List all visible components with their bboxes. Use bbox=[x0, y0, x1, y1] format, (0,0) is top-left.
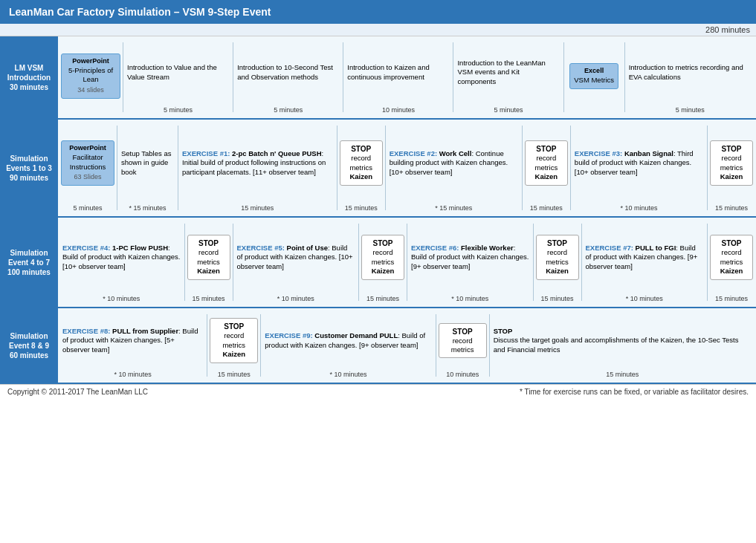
cell-intro-leanman: Introduction to the LeanMan VSM events a… bbox=[456, 41, 560, 114]
time-intro-leanman: 5 minutes bbox=[494, 106, 523, 114]
row-introduction: LM VSM Introduction30 minutes PowerPoint… bbox=[0, 36, 756, 120]
time-final-discussion: 15 minutes bbox=[606, 371, 639, 378]
text-exercise-2: EXERCISE #2: Work Cell: Continue buildin… bbox=[388, 149, 520, 177]
page-footer: Copyright © 2011-2017 The LeanMan LLC * … bbox=[0, 384, 756, 399]
time-exercise-3: * 10 minutes bbox=[620, 204, 657, 212]
row-label-introduction: LM VSM Introduction30 minutes bbox=[0, 36, 58, 118]
page-header: LeanMan Car Factory Simulation – VSM 9-S… bbox=[0, 0, 756, 24]
time-stop-5: 15 minutes bbox=[366, 295, 399, 302]
time-exercise-4: * 10 minutes bbox=[103, 295, 140, 302]
box-stop-5: STOP record metrics Kaizen bbox=[361, 235, 404, 279]
box-stop-4: STOP record metrics Kaizen bbox=[187, 235, 230, 279]
cell-powerpoint-1: PowerPoint 5-Principles of Lean 34 slide… bbox=[61, 41, 120, 114]
cell-exercise-9: EXERCISE #9: Customer Demand PULL: Build… bbox=[263, 313, 433, 378]
text-exercise-7: EXERCISE #7: PULL to FGI: Build of produ… bbox=[584, 244, 705, 271]
row-content-sim1to3: PowerPoint Facilitator Instructions 63 S… bbox=[58, 120, 756, 216]
text-intro-metrics: Introduction to metrics recording and EV… bbox=[627, 63, 753, 82]
time-exercise-6: * 10 minutes bbox=[451, 295, 488, 302]
cell-stop-6: STOP record metrics Kaizen 15 minutes bbox=[536, 222, 579, 302]
time-stop-7: 15 minutes bbox=[715, 295, 748, 302]
row-sim1to3: Simulation Events 1 to 390 minutes Power… bbox=[0, 120, 756, 218]
time-stop-3: 15 minutes bbox=[715, 204, 748, 212]
text-exercise-6: EXERCISE #6: Flexible Worker: Build of p… bbox=[410, 244, 531, 271]
text-intro-10sec: Introduction to 10-Second Test and Obser… bbox=[236, 63, 340, 82]
cell-excel-vsm: Excell VSM Metrics bbox=[566, 41, 622, 114]
cell-stop-8: STOP record metrics Kaizen 15 minutes bbox=[210, 313, 258, 378]
text-exercise-1: EXERCISE #1: 2-pc Batch n' Queue PUSH: I… bbox=[181, 149, 335, 177]
cell-exercise-2: EXERCISE #2: Work Cell: Continue buildin… bbox=[388, 124, 520, 212]
row-sim4to7: Simulation Event 4 to 7100 minutes EXERC… bbox=[0, 218, 756, 308]
cell-intro-metrics: Introduction to metrics recording and EV… bbox=[627, 41, 753, 114]
cell-stop-4: STOP record metrics Kaizen 15 minutes bbox=[187, 222, 230, 302]
time-pp-facilitator: 5 minutes bbox=[73, 204, 102, 212]
cell-stop-5: STOP record metrics Kaizen 15 minutes bbox=[361, 222, 404, 302]
cell-intro-10sec: Introduction to 10-Second Test and Obser… bbox=[236, 41, 340, 114]
text-exercise-8: EXERCISE #8: PULL from Supplier: Build o… bbox=[61, 327, 204, 354]
cell-stop-1: STOP record metrics Kaizen 15 minutes bbox=[340, 124, 383, 212]
time-intro-10sec: 5 minutes bbox=[274, 106, 303, 114]
time-exercise-7: * 10 minutes bbox=[626, 295, 663, 302]
footer-copyright: Copyright © 2011-2017 The LeanMan LLC bbox=[7, 388, 148, 396]
time-setup-tables: * 15 minutes bbox=[129, 204, 166, 212]
box-pp-facilitator: PowerPoint Facilitator Instructions 63 S… bbox=[61, 140, 114, 185]
time-exercise-8: * 10 minutes bbox=[114, 371, 152, 378]
cell-exercise-1: EXERCISE #1: 2-pc Batch n' Queue PUSH: I… bbox=[181, 124, 335, 212]
time-intro-value: 5 minutes bbox=[164, 106, 193, 114]
box-stop-6: STOP record metrics Kaizen bbox=[536, 235, 579, 279]
box-stop-7: STOP record metrics Kaizen bbox=[710, 235, 753, 279]
text-exercise-9: EXERCISE #9: Customer Demand PULL: Build… bbox=[263, 331, 433, 350]
cell-stop-2: STOP record metrics Kaizen 15 minutes bbox=[525, 124, 568, 212]
cell-stop-3: STOP record metrics Kaizen 15 minutes bbox=[710, 124, 753, 212]
text-intro-kaizen: Introduction to Kaizen and continuous im… bbox=[346, 63, 450, 82]
cell-intro-value: Introduction to Value and the Value Stre… bbox=[126, 41, 230, 114]
time-stop-6: 15 minutes bbox=[540, 295, 573, 302]
page-wrapper: LeanMan Car Factory Simulation – VSM 9-S… bbox=[0, 0, 756, 399]
time-stop-1: 15 minutes bbox=[345, 204, 378, 212]
time-stop-9: 10 minutes bbox=[446, 371, 479, 378]
text-exercise-4: EXERCISE #4: 1-PC Flow PUSH: Build of pr… bbox=[61, 244, 182, 271]
cell-exercise-6: EXERCISE #6: Flexible Worker: Build of p… bbox=[410, 222, 531, 302]
cell-exercise-8: EXERCISE #8: PULL from Supplier: Build o… bbox=[61, 313, 204, 378]
row-label-sim4to7: Simulation Event 4 to 7100 minutes bbox=[0, 218, 58, 307]
time-exercise-2: * 15 minutes bbox=[435, 204, 472, 212]
row-label-sim1to3: Simulation Events 1 to 390 minutes bbox=[0, 120, 58, 216]
box-stop-8: STOP record metrics Kaizen bbox=[210, 318, 258, 362]
time-stop-2: 15 minutes bbox=[530, 204, 563, 212]
box-stop-1: STOP record metrics Kaizen bbox=[340, 140, 383, 185]
cell-exercise-7: EXERCISE #7: PULL to FGI: Build of produ… bbox=[584, 222, 705, 302]
footer-note: * Time for exercise runs can be fixed, o… bbox=[520, 388, 749, 396]
box-stop-9: STOP record metrics bbox=[439, 323, 487, 359]
cell-final-discussion: STOPDiscuss the target goals and accompl… bbox=[492, 313, 753, 378]
time-stop-8: 15 minutes bbox=[218, 371, 251, 378]
time-intro-kaizen: 10 minutes bbox=[382, 106, 415, 114]
cell-intro-kaizen: Introduction to Kaizen and continuous im… bbox=[346, 41, 450, 114]
text-exercise-5: EXERCISE #5: Point of Use: Build of prod… bbox=[236, 244, 357, 271]
time-intro-metrics: 5 minutes bbox=[676, 106, 705, 114]
row-content-sim8-9: EXERCISE #8: PULL from Supplier: Build o… bbox=[58, 308, 756, 383]
time-exercise-5: * 10 minutes bbox=[277, 295, 314, 302]
row-sim8-9: Simulation Event 8 & 960 minutes EXERCIS… bbox=[0, 308, 756, 384]
box-stop-3: STOP record metrics Kaizen bbox=[710, 140, 753, 185]
cell-setup-tables: Setup Tables as shown in guide book * 15… bbox=[120, 124, 175, 212]
row-content-introduction: PowerPoint 5-Principles of Lean 34 slide… bbox=[58, 36, 756, 118]
cell-exercise-4: EXERCISE #4: 1-PC Flow PUSH: Build of pr… bbox=[61, 222, 182, 302]
text-final-discussion: STOPDiscuss the target goals and accompl… bbox=[492, 327, 753, 354]
time-exercise-9: * 10 minutes bbox=[329, 371, 366, 378]
cell-stop-7: STOP record metrics Kaizen 15 minutes bbox=[710, 222, 753, 302]
box-powerpoint-lean: PowerPoint 5-Principles of Lean 34 slide… bbox=[61, 53, 120, 99]
cell-pp-facilitator: PowerPoint Facilitator Instructions 63 S… bbox=[61, 124, 114, 212]
cell-exercise-3: EXERCISE #3: Kanban Signal: Third build … bbox=[573, 124, 705, 212]
time-stop-4: 15 minutes bbox=[192, 295, 224, 302]
text-setup-tables: Setup Tables as shown in guide book bbox=[120, 149, 175, 177]
row-content-sim4to7: EXERCISE #4: 1-PC Flow PUSH: Build of pr… bbox=[58, 218, 756, 307]
time-exercise-1: 15 minutes bbox=[241, 204, 274, 212]
row-label-sim8-9: Simulation Event 8 & 960 minutes bbox=[0, 308, 58, 383]
cell-exercise-5: EXERCISE #5: Point of Use: Build of prod… bbox=[236, 222, 357, 302]
total-time: 280 minutes bbox=[0, 24, 756, 36]
box-excel-vsm: Excell VSM Metrics bbox=[569, 63, 618, 88]
text-intro-value: Introduction to Value and the Value Stre… bbox=[126, 63, 230, 82]
page-title: LeanMan Car Factory Simulation – VSM 9-S… bbox=[9, 6, 271, 18]
text-exercise-3: EXERCISE #3: Kanban Signal: Third build … bbox=[573, 149, 705, 177]
text-intro-leanman: Introduction to the LeanMan VSM events a… bbox=[456, 59, 560, 86]
box-stop-2: STOP record metrics Kaizen bbox=[525, 140, 568, 185]
